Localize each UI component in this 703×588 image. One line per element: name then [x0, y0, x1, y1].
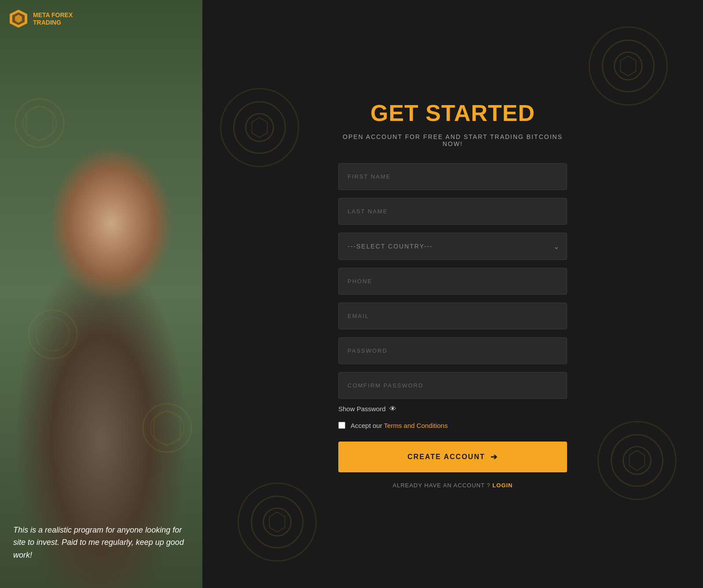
svg-marker-18 — [270, 512, 285, 532]
watermark-br — [597, 421, 677, 500]
confirm-password-input[interactable] — [338, 372, 567, 399]
email-input[interactable] — [338, 303, 567, 329]
terms-row: Accept our Terms and Conditions — [338, 422, 567, 429]
logo-area: META FOREX TRADING — [9, 9, 73, 29]
svg-point-17 — [264, 508, 291, 536]
brand-logo-icon — [9, 9, 29, 29]
svg-point-11 — [615, 52, 642, 80]
page-title: GET STARTED — [338, 100, 567, 126]
country-select-wrapper: ---Select Country--- United States Unite… — [338, 233, 567, 260]
login-prefix: ALREADY HAVE AN ACCOUNT ? — [392, 482, 490, 489]
terms-label: Accept our Terms and Conditions — [351, 422, 448, 429]
testimonial-text: This is a realistic program for anyone l… — [13, 524, 189, 562]
create-account-button[interactable]: CREATE ACCOUNT ➔ — [338, 442, 567, 472]
brand-name: META FOREX TRADING — [33, 11, 73, 26]
country-select[interactable]: ---Select Country--- United States Unite… — [338, 233, 567, 260]
svg-point-10 — [36, 318, 70, 351]
svg-marker-5 — [26, 106, 53, 141]
show-password-row: Show Password 👁 — [338, 405, 567, 413]
svg-point-13 — [246, 114, 274, 142]
terms-link[interactable]: Terms and Conditions — [384, 422, 448, 429]
show-password-label[interactable]: Show Password 👁 — [338, 405, 396, 413]
create-account-label: CREATE ACCOUNT — [407, 453, 485, 461]
svg-marker-14 — [252, 117, 267, 138]
svg-marker-8 — [154, 410, 180, 446]
arrow-right-icon: ➔ — [491, 452, 498, 462]
svg-point-15 — [623, 447, 651, 475]
terms-checkbox[interactable] — [338, 422, 345, 429]
phone-input[interactable] — [338, 268, 567, 295]
svg-marker-12 — [621, 56, 636, 76]
watermark-top-left — [13, 97, 66, 151]
watermark-bl — [238, 482, 317, 562]
right-panel: GET STARTED OPEN ACCOUNT FOR FREE AND ST… — [202, 0, 703, 588]
password-input[interactable] — [338, 337, 567, 364]
left-panel: META FOREX TRADING This is a realistic p… — [0, 0, 202, 588]
watermark-bottom-right — [141, 402, 194, 456]
svg-point-7 — [150, 411, 184, 445]
svg-point-4 — [23, 106, 56, 140]
watermark-mid-left — [26, 308, 79, 362]
watermark-tl — [220, 88, 299, 167]
page-subtitle: OPEN ACCOUNT FOR FREE AND START TRADING … — [338, 133, 567, 147]
login-row: ALREADY HAVE AN ACCOUNT ? LOGIN — [338, 482, 567, 489]
first-name-input[interactable] — [338, 163, 567, 190]
eye-icon: 👁 — [389, 405, 396, 413]
login-link[interactable]: LOGIN — [492, 482, 513, 489]
last-name-input[interactable] — [338, 198, 567, 225]
background-image — [0, 0, 202, 588]
svg-marker-16 — [630, 450, 645, 471]
form-container: GET STARTED OPEN ACCOUNT FOR FREE AND ST… — [338, 100, 567, 489]
watermark-tr — [589, 26, 668, 106]
